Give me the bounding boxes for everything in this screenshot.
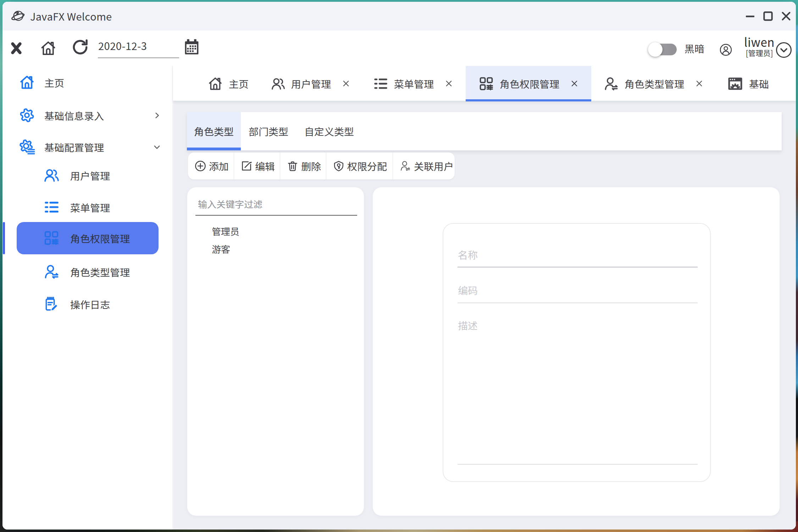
titlebar: JavaFX Welcome bbox=[2, 2, 796, 31]
subtab-label: 角色类型 bbox=[194, 124, 234, 138]
trash-icon bbox=[287, 160, 298, 172]
assign-permission-button[interactable]: 权限分配 bbox=[326, 153, 393, 179]
code-placeholder: 编码 bbox=[458, 283, 478, 297]
subtab-label: 部门类型 bbox=[249, 124, 288, 138]
tab-home[interactable]: 主页 bbox=[207, 66, 249, 101]
x-logo-icon[interactable] bbox=[11, 41, 22, 55]
action-label: 权限分配 bbox=[347, 159, 387, 173]
tab-role-permission[interactable]: 角色权限管理 bbox=[466, 66, 591, 101]
subtab-role-type[interactable]: 角色类型 bbox=[187, 112, 241, 150]
active-subtab-underline bbox=[187, 148, 241, 150]
shield-key-icon bbox=[333, 160, 344, 172]
detail-panel: 名称 编码 描述 bbox=[372, 187, 780, 516]
users-icon bbox=[43, 167, 60, 183]
link-users-button[interactable]: 关联用户 bbox=[393, 153, 455, 179]
gear-config-icon bbox=[19, 139, 35, 155]
main-toolbar: 2020-12-3 黑暗 liwen [管理员] bbox=[2, 31, 796, 66]
edit-icon bbox=[241, 160, 252, 172]
tab-menu-management[interactable]: 菜单管理 bbox=[373, 66, 453, 101]
person-link-icon bbox=[400, 160, 411, 172]
users-icon bbox=[271, 76, 286, 91]
action-toolbar: 添加 编辑 删除 bbox=[188, 153, 455, 179]
date-input[interactable]: 2020-12-3 bbox=[98, 31, 179, 59]
sidebar-item-home[interactable]: 主页 bbox=[2, 66, 173, 99]
close-button[interactable] bbox=[777, 2, 795, 31]
sidebar-item-role-type[interactable]: 角色类型管理 bbox=[2, 256, 173, 288]
chevron-down-icon bbox=[153, 143, 161, 151]
edit-button[interactable]: 编辑 bbox=[234, 153, 280, 179]
person-arrows-icon bbox=[603, 76, 619, 92]
sidebar-item-label: 菜单管理 bbox=[70, 200, 110, 215]
list-item-guest[interactable]: 游客 bbox=[212, 242, 230, 256]
close-tab-icon[interactable] bbox=[445, 79, 453, 88]
subtab-label: 自定义类型 bbox=[304, 124, 354, 138]
close-tab-icon[interactable] bbox=[570, 79, 578, 88]
menu-list-icon bbox=[373, 76, 388, 92]
tabbar: 主页 用户管理 菜单管理 角色权限管理 bbox=[173, 66, 796, 101]
sidebar-item-user-management[interactable]: 用户管理 bbox=[2, 159, 173, 192]
content-area: 角色类型 部门类型 自定义类型 添加 bbox=[173, 101, 796, 530]
tab-label: 基础 bbox=[749, 77, 769, 91]
circle-plus-icon bbox=[195, 160, 206, 172]
tab-user-management[interactable]: 用户管理 bbox=[271, 66, 350, 101]
sidebar-item-label: 角色类型管理 bbox=[70, 265, 130, 279]
notepad-pen-icon bbox=[43, 296, 60, 312]
sidebar-item-role-permission[interactable]: 角色权限管理 bbox=[2, 222, 173, 254]
delete-button[interactable]: 删除 bbox=[280, 153, 326, 179]
calendar-button-icon[interactable] bbox=[184, 39, 199, 55]
description-placeholder: 描述 bbox=[458, 318, 478, 332]
sidebar-item-label: 主页 bbox=[44, 76, 64, 90]
tab-label: 角色权限管理 bbox=[500, 77, 559, 91]
gear-icon bbox=[19, 107, 35, 123]
home-icon bbox=[19, 74, 35, 90]
tab-label: 主页 bbox=[229, 77, 249, 91]
refresh-button-icon[interactable] bbox=[71, 38, 89, 56]
filter-panel: 输入关键字过滤 管理员 游客 bbox=[187, 187, 364, 516]
sidebar-item-base-info-entry[interactable]: 基础信息录入 bbox=[2, 99, 173, 132]
person-arrows-icon bbox=[43, 264, 60, 280]
filter-input[interactable]: 输入关键字过滤 bbox=[198, 197, 262, 210]
sidebar-item-label: 基础信息录入 bbox=[44, 109, 104, 123]
sidebar-item-menu-management[interactable]: 菜单管理 bbox=[2, 191, 173, 223]
sidebar-accent-bar bbox=[3, 222, 5, 254]
maximize-button[interactable] bbox=[759, 2, 777, 31]
subtab-department-type[interactable]: 部门类型 bbox=[241, 112, 296, 150]
home-button-icon[interactable] bbox=[40, 40, 57, 57]
sidebar-item-base-config[interactable]: 基础配置管理 bbox=[2, 131, 173, 163]
tab-label: 用户管理 bbox=[291, 77, 331, 91]
globe-logo-icon bbox=[11, 9, 26, 24]
tab-role-type[interactable]: 角色类型管理 bbox=[603, 66, 703, 101]
sidebar-item-operation-log[interactable]: 操作日志 bbox=[2, 288, 173, 320]
list-item-admin[interactable]: 管理员 bbox=[212, 224, 239, 238]
minimize-button[interactable] bbox=[741, 2, 759, 31]
grid-sliders-icon bbox=[478, 76, 494, 92]
action-label: 添加 bbox=[209, 159, 229, 173]
date-value: 2020-12-3 bbox=[98, 38, 147, 53]
menu-list-icon bbox=[43, 199, 60, 215]
code-underline bbox=[458, 303, 698, 303]
toggle-thumb bbox=[648, 42, 663, 57]
description-underline bbox=[458, 464, 698, 465]
sidebar-item-label: 用户管理 bbox=[70, 168, 110, 183]
action-label: 删除 bbox=[301, 159, 321, 173]
add-button[interactable]: 添加 bbox=[188, 153, 234, 179]
role-form-card: 名称 编码 描述 bbox=[443, 223, 711, 482]
tab-label: 菜单管理 bbox=[394, 77, 434, 91]
close-tab-icon[interactable] bbox=[342, 79, 350, 88]
window-title: JavaFX Welcome bbox=[30, 2, 112, 31]
name-placeholder: 名称 bbox=[458, 248, 478, 262]
dark-mode-toggle[interactable] bbox=[649, 44, 677, 55]
tab-basic[interactable]: 基础 bbox=[727, 66, 769, 101]
user-menu-chevron-icon[interactable] bbox=[776, 42, 792, 58]
user-avatar-icon[interactable] bbox=[720, 44, 732, 56]
user-info[interactable]: liwen [管理员] bbox=[740, 35, 778, 57]
user-role: [管理员] bbox=[740, 48, 778, 57]
grid-sliders-icon bbox=[43, 230, 60, 246]
name-underline bbox=[458, 267, 698, 267]
sidebar-item-label: 角色权限管理 bbox=[70, 231, 130, 245]
subtab-custom-type[interactable]: 自定义类型 bbox=[296, 112, 362, 150]
user-name: liwen bbox=[740, 35, 778, 48]
sidebar-item-label: 操作日志 bbox=[70, 297, 110, 311]
home-icon bbox=[207, 76, 223, 92]
close-tab-icon[interactable] bbox=[695, 79, 703, 88]
